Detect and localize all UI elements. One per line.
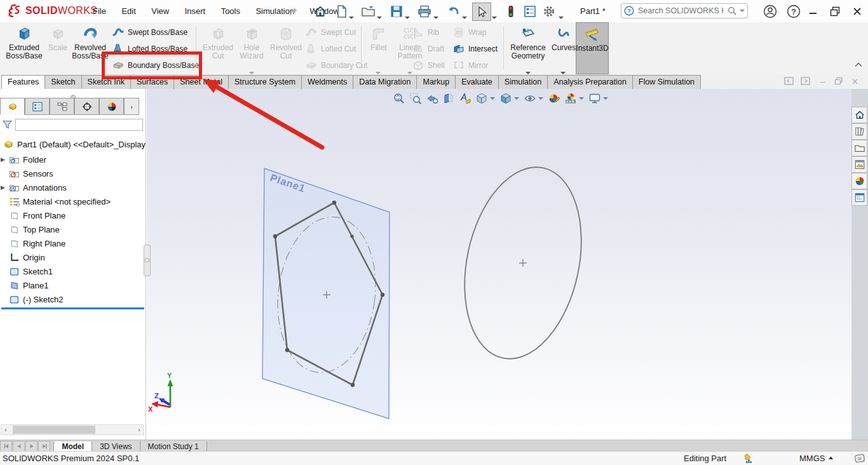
view-settings-button[interactable] — [587, 90, 603, 107]
open-dropdown[interactable] — [377, 10, 382, 22]
tab-sketch-ink[interactable]: Sketch Ink — [81, 75, 131, 89]
panel-tabs-overflow[interactable]: › — [124, 98, 139, 115]
new-document-dropdown[interactable] — [349, 10, 354, 22]
new-document-button[interactable] — [333, 3, 351, 20]
tree-item-plane1[interactable]: Plane1 — [0, 278, 146, 292]
tree-item-right-plane[interactable]: Right Plane — [0, 236, 146, 250]
file-explorer-button[interactable] — [851, 140, 867, 156]
tree-item-sketch2[interactable]: (-) Sketch2 — [0, 292, 146, 306]
swept-boss-base-button[interactable]: Swept Boss/Base — [112, 25, 187, 40]
scroll-left-arrow-icon[interactable]: ‹ — [1, 426, 10, 433]
expand-arrow-icon[interactable]: ▶ — [0, 156, 6, 163]
hide-show-items-button[interactable] — [522, 90, 538, 107]
units-selector[interactable]: MMGS — [799, 454, 825, 463]
appearances-scenes-button[interactable] — [851, 173, 867, 189]
tab-data-migration[interactable]: Data Migration — [353, 75, 417, 89]
tab-structure-system[interactable]: Structure System — [228, 75, 302, 89]
rib-button[interactable]: Rib — [412, 25, 439, 40]
tree-item-folder[interactable]: ▶ Folder — [0, 152, 146, 166]
undo-button[interactable] — [445, 3, 463, 20]
performance-evaluation-icon[interactable] — [502, 3, 520, 20]
tree-item-sketch1[interactable]: Sketch1 — [0, 264, 146, 278]
tab-analysis-preparation[interactable]: Analysis Preparation — [547, 75, 633, 89]
tab-flow-simulation[interactable]: Flow Simulation — [632, 75, 701, 89]
settings-dropdown[interactable] — [559, 10, 564, 22]
panel-viewport-splitter[interactable] — [144, 245, 151, 276]
tree-root-part1[interactable]: Part1 (Default) <<Default>_Display — [0, 137, 146, 151]
search-scope-dropdown[interactable] — [740, 10, 745, 12]
tree-item-origin[interactable]: Origin — [0, 250, 146, 264]
extruded-boss-base-button[interactable]: Extruded Boss/Base — [5, 24, 43, 72]
view-orientation-dropdown[interactable] — [490, 97, 495, 100]
wrap-button[interactable]: Wrap — [452, 25, 486, 40]
window-restore-button[interactable] — [826, 3, 844, 20]
select-dropdown[interactable] — [492, 10, 497, 22]
zoom-fit-button[interactable] — [391, 90, 407, 107]
section-view-button[interactable] — [440, 90, 457, 107]
tree-item-annotations[interactable]: ▶ A Annotations — [0, 180, 146, 194]
search-icon[interactable] — [728, 6, 737, 16]
instant3d-button[interactable]: Instant3D — [576, 22, 609, 74]
nav-prev-icon[interactable] — [13, 441, 25, 452]
doc-close-icon[interactable]: ✕ — [851, 77, 858, 86]
zoom-to-area-button[interactable] — [407, 90, 424, 107]
select-tool-button[interactable] — [472, 3, 491, 21]
lofted-boss-base-button[interactable]: Lofted Boss/Base — [112, 41, 187, 57]
edit-appearance-button[interactable] — [546, 90, 562, 107]
tree-item-front-plane[interactable]: Front Plane — [0, 208, 146, 222]
tree-filter-input[interactable] — [15, 119, 143, 131]
menu-view[interactable]: View — [145, 0, 175, 22]
taskpane-home-button[interactable] — [851, 107, 867, 123]
revolved-boss-base-button[interactable]: Revolved Boss/Base — [71, 24, 109, 72]
nav-last-icon[interactable] — [38, 441, 50, 452]
display-style-button[interactable] — [498, 90, 514, 107]
display-style-dropdown[interactable] — [514, 97, 519, 100]
hide-show-dropdown[interactable] — [538, 97, 543, 100]
revolved-cut-button[interactable]: Revolved Cut — [268, 24, 304, 72]
open-button[interactable] — [360, 3, 377, 20]
tree-item-sensors[interactable]: Sensors — [0, 166, 146, 180]
save-dropdown[interactable] — [405, 10, 410, 22]
units-dropdown-icon[interactable] — [828, 455, 834, 460]
menu-tools[interactable]: Tools — [215, 0, 247, 22]
pane-collapse-right-icon[interactable] — [801, 77, 810, 85]
tab-surfaces[interactable]: Surfaces — [130, 75, 174, 89]
doc-restore-icon[interactable] — [834, 77, 843, 85]
lofted-cut-button[interactable]: Lofted Cut — [305, 41, 356, 57]
help-button[interactable]: ? — [785, 3, 803, 20]
custom-properties-button[interactable] — [851, 189, 867, 206]
swept-cut-button[interactable]: Swept Cut — [305, 25, 356, 40]
tab-display-manager[interactable] — [99, 98, 124, 115]
menu-insert[interactable]: Insert — [179, 0, 212, 22]
nav-first-icon[interactable] — [0, 441, 12, 452]
boundary-boss-base-button[interactable]: Boundary Boss/Base — [112, 58, 199, 73]
print-button[interactable] — [416, 3, 433, 20]
options-list-button[interactable] — [521, 3, 539, 20]
apply-scene-dropdown[interactable] — [579, 97, 584, 100]
draft-button[interactable]: Draft — [412, 41, 444, 57]
menu-edit[interactable]: Edit — [115, 0, 142, 22]
save-button[interactable] — [388, 3, 405, 20]
shell-button[interactable]: Shell — [412, 58, 445, 73]
filter-funnel-icon[interactable] — [2, 119, 13, 130]
tab-feature-manager[interactable] — [0, 98, 25, 115]
tab-weldments[interactable]: Weldments — [301, 75, 353, 89]
intersect-button[interactable]: Intersect — [452, 41, 498, 57]
tab-features[interactable]: Features — [1, 75, 45, 89]
view-settings-dropdown[interactable] — [603, 97, 608, 100]
doc-minimize-icon[interactable]: – — [820, 77, 825, 86]
tab-simulation[interactable]: Simulation — [498, 75, 548, 89]
scale-button[interactable]: Scale — [44, 24, 71, 72]
tree-horizontal-scrollbar[interactable]: ‹ › — [1, 424, 144, 435]
ribbon-collapse-chevron-icon[interactable] — [854, 62, 863, 68]
pin-menu-icon[interactable] — [285, 3, 302, 20]
expand-arrow-icon[interactable]: ▶ — [0, 184, 6, 191]
account-button[interactable] — [761, 3, 779, 20]
design-library-button[interactable] — [851, 123, 867, 140]
tree-item-top-plane[interactable]: Top Plane — [0, 222, 146, 236]
search-box[interactable]: ? — [621, 3, 748, 18]
graphics-viewport[interactable] — [147, 89, 851, 440]
scroll-right-arrow-icon[interactable]: › — [135, 426, 144, 433]
tab-sheet-metal[interactable]: Sheet Metal — [173, 75, 229, 89]
menu-file[interactable]: File — [86, 0, 112, 22]
